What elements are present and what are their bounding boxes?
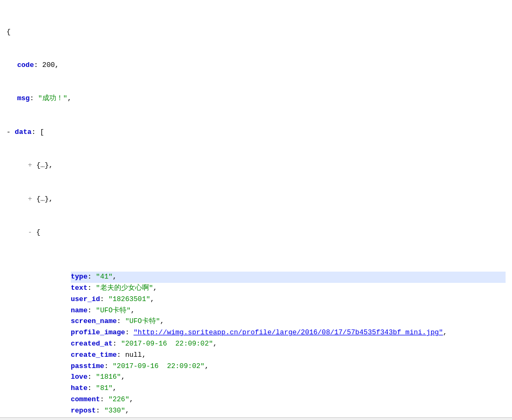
field-value-repost: "330" bbox=[104, 407, 125, 415]
field-line-hate: hate: "81", bbox=[71, 383, 506, 394]
field-key-created_at: created_at bbox=[71, 340, 113, 348]
fields-container: type: "41",text: "老夫的少女心啊",user_id: "182… bbox=[6, 272, 506, 420]
field-key-passtime: passtime bbox=[71, 362, 104, 370]
msg-line: msg: "成功！", bbox=[17, 93, 506, 104]
field-line-created_at: created_at: "2017-09-16 22:09:02", bbox=[71, 339, 506, 350]
field-line-user_id: user_id: "18263501", bbox=[71, 294, 506, 305]
field-line-comment: comment: "226", bbox=[71, 394, 506, 406]
msg-value: "成功！" bbox=[38, 94, 68, 102]
json-viewer: { code: 200, msg: "成功！", - data: [ + {…}… bbox=[6, 4, 506, 420]
field-link-profile_image[interactable]: "http://wimg.spriteapp.cn/profile/large/… bbox=[133, 328, 443, 336]
data-line: - data: [ bbox=[6, 127, 506, 138]
field-value-passtime: "2017-09-16 22:09:02" bbox=[113, 362, 205, 370]
field-value-comment: "226" bbox=[108, 395, 129, 403]
field-value-name: "UFO卡特" bbox=[96, 306, 131, 314]
field-line-love: love: "1816", bbox=[71, 372, 506, 383]
field-line-type: type: "41", bbox=[71, 272, 506, 283]
code-key: code bbox=[17, 61, 34, 69]
root-brace: { bbox=[6, 28, 11, 36]
field-line-text: text: "老夫的少女心啊", bbox=[71, 283, 506, 294]
field-key-screen_name: screen_name bbox=[71, 317, 117, 325]
code-line: code: 200, bbox=[17, 60, 506, 71]
field-line-passtime: passtime: "2017-09-16 22:09:02", bbox=[71, 361, 506, 372]
field-line-screen_name: screen_name: "UFO卡特", bbox=[71, 316, 506, 327]
field-value-hate: "81" bbox=[96, 384, 113, 392]
field-key-love: love bbox=[71, 373, 87, 381]
field-line-repost: repost: "330", bbox=[71, 406, 506, 417]
field-line-name: name: "UFO卡特", bbox=[71, 305, 506, 317]
field-value-love: "1816" bbox=[96, 373, 121, 381]
root-open-line: { bbox=[6, 27, 506, 38]
field-line-profile_image: profile_image: "http://wimg.spriteapp.cn… bbox=[71, 327, 506, 339]
status-bar bbox=[0, 417, 512, 420]
collapsed-item2-value: {…} bbox=[36, 195, 49, 203]
field-key-name: name bbox=[71, 306, 87, 314]
item3-open-line: - { bbox=[28, 227, 506, 238]
field-value-screen_name: "UFO卡特" bbox=[125, 317, 160, 325]
collapse-btn-1[interactable]: + bbox=[28, 161, 32, 169]
field-value-create_time: null bbox=[125, 351, 142, 359]
field-key-repost: repost bbox=[71, 407, 96, 415]
collapsed-item1-line: + {…}, bbox=[28, 160, 506, 171]
data-key: data bbox=[15, 128, 32, 136]
field-key-profile_image: profile_image bbox=[71, 328, 125, 336]
collapse-btn-3[interactable]: - bbox=[28, 228, 32, 236]
field-key-text: text bbox=[71, 284, 87, 292]
field-line-create_time: create_time: null, bbox=[71, 350, 506, 361]
field-key-type: type bbox=[71, 273, 87, 281]
field-value-type: "41" bbox=[96, 273, 113, 281]
field-value-created_at: "2017-09-16 22:09:02" bbox=[121, 340, 213, 348]
field-value-text: "老夫的少女心啊" bbox=[96, 284, 153, 292]
field-key-hate: hate bbox=[71, 384, 87, 392]
collapse-btn-2[interactable]: + bbox=[28, 195, 32, 203]
collapsed-item1-value: {…} bbox=[36, 161, 49, 169]
msg-key: msg bbox=[17, 94, 29, 102]
field-key-comment: comment bbox=[71, 395, 100, 403]
code-value: 200 bbox=[42, 61, 55, 69]
field-key-create_time: create_time bbox=[71, 351, 117, 359]
field-key-user_id: user_id bbox=[71, 295, 100, 303]
field-value-user_id: "18263501" bbox=[108, 295, 150, 303]
collapsed-item2-line: + {…}, bbox=[28, 194, 506, 205]
